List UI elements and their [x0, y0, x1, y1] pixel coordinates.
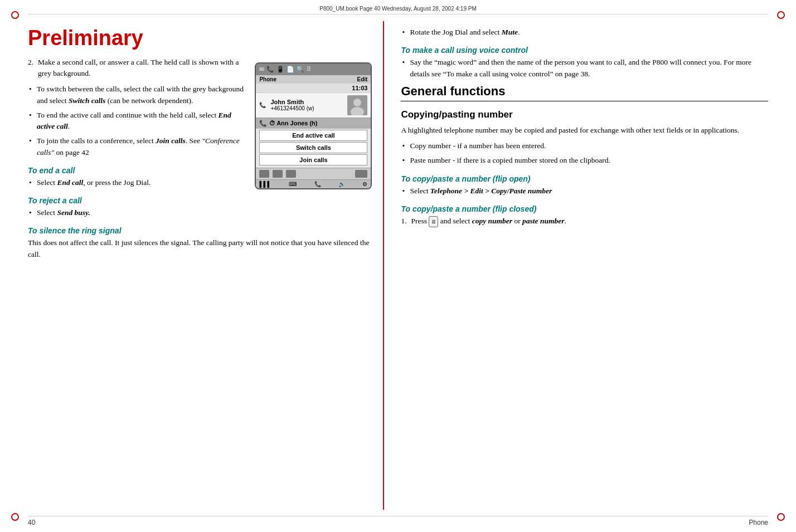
copy-paste-description: A highlighted telephone number may be co…: [401, 125, 768, 136]
section-reject-call-heading: To reject a call: [28, 196, 372, 205]
contacts-icon: [259, 170, 269, 178]
telephone-edit-bold: Telephone > Edit > Copy/Paste number: [430, 187, 552, 195]
end-call-bold: End call: [57, 178, 83, 187]
section-voice-control-heading: To make a call using voice control: [401, 46, 768, 55]
section-flip-closed-heading: To copy/paste a number (flip closed): [401, 204, 768, 213]
menu-key: ≡: [429, 216, 438, 227]
footer-section: Phone: [749, 519, 768, 526]
paste-number-bold: paste number: [522, 217, 564, 225]
calendar-icon: [273, 170, 283, 178]
mute-bold: Mute: [502, 28, 518, 36]
section-flip-open-heading: To copy/paste a number (flip open): [401, 174, 768, 183]
copy-number-bullet: Copy number - if a number has been enter…: [401, 140, 768, 152]
reject-call-list: Select Send busy.: [28, 207, 372, 218]
step-list: 2. Make a second call, or answer a call.…: [28, 57, 372, 80]
copy-paste-bullets: Copy number - if a number has been enter…: [401, 140, 768, 167]
main-bullet-list: To switch between the calls, select the …: [28, 84, 372, 158]
corner-mark-bl: [11, 513, 19, 521]
join-calls-bold: Join calls: [156, 136, 186, 145]
page-content: Preliminary ✉ 📞 📱 📄 🔍 ⠿: [28, 21, 768, 510]
end-call-bullet: Select End call, or press the Jog Dial.: [28, 177, 372, 188]
step-2-text: Make a second call, or answer a call. Th…: [38, 58, 239, 77]
phone-bottom-icon: [286, 170, 296, 178]
right-top-bullets: Rotate the Jog Dial and select Mute.: [401, 27, 768, 38]
corner-mark-tl: [11, 11, 19, 19]
left-column: Preliminary ✉ 📞 📱 📄 🔍 ⠿: [28, 21, 383, 510]
silence-text: This does not affect the call. It just s…: [28, 237, 372, 260]
section-silence-heading: To silence the ring signal: [28, 226, 372, 235]
corner-mark-br: [777, 513, 785, 521]
page-title: Preliminary: [28, 27, 372, 50]
footer-page-number: 40: [28, 519, 35, 526]
page-footer: 40 Phone: [28, 516, 768, 526]
end-call-list: Select End call, or press the Jog Dial.: [28, 177, 372, 188]
flip-open-list: Select Telephone > Edit > Copy/Paste num…: [401, 186, 768, 197]
send-busy-bold: Send busy.: [57, 208, 90, 217]
paste-number-bullet: Paste number - if there is a copied numb…: [401, 155, 768, 166]
grid-bottom-icon: [355, 170, 367, 178]
flip-open-bullet: Select Telephone > Edit > Copy/Paste num…: [401, 186, 768, 197]
copy-paste-subheading: Copying/pasting number: [401, 109, 768, 120]
right-column-inner: Rotate the Jog Dial and select Mute. To …: [401, 27, 768, 227]
switch-calls-bold: Switch calls: [69, 96, 105, 105]
voice-control-bullet: Say the “magic word” and then the name o…: [401, 57, 768, 80]
voice-control-list: Say the “magic word” and then the name o…: [401, 57, 768, 80]
bullet-end-active-call: To end the active call and continue with…: [28, 110, 372, 133]
rotate-jog-bullet: Rotate the Jog Dial and select Mute.: [401, 27, 768, 38]
flip-closed-list: 1. Press ≡ and select copy number or pas…: [401, 216, 768, 227]
corner-mark-tr: [777, 11, 785, 19]
bullet-join-calls: To join the calls to a conference, selec…: [28, 135, 372, 158]
reject-call-bullet: Select Send busy.: [28, 207, 372, 218]
top-meta-line: P800_UM.book Page 40 Wednesday, August 2…: [28, 6, 768, 14]
general-functions-heading: General functions: [401, 84, 768, 101]
flip-closed-step-1: 1. Press ≡ and select copy number or pas…: [401, 216, 768, 227]
bullet-switch-calls: To switch between the calls, select the …: [28, 84, 372, 106]
right-column: Rotate the Jog Dial and select Mute. To …: [383, 21, 768, 510]
copy-number-bold: copy number: [472, 217, 512, 225]
step-2: 2. Make a second call, or answer a call.…: [28, 57, 372, 80]
